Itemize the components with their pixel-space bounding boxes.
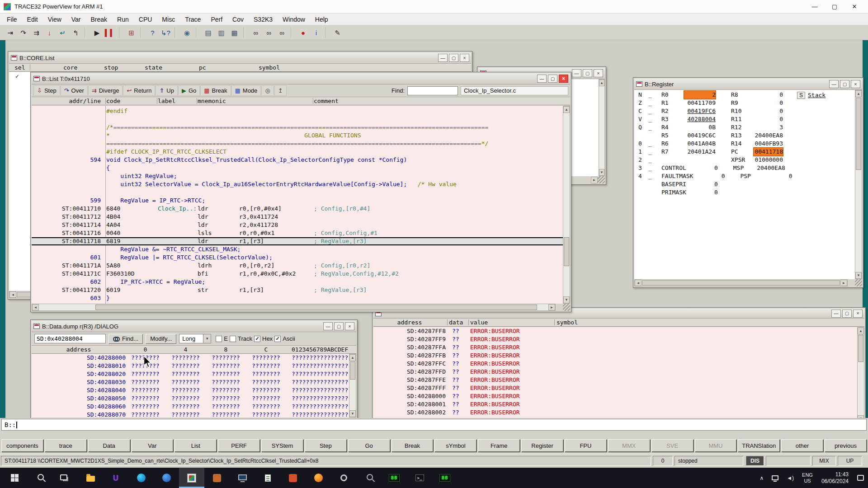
dump-row[interactable]: SD:40288003??ERROR:BUSERROR	[373, 417, 857, 418]
minimize-button[interactable]: —	[572, 69, 581, 77]
list-titlebar[interactable]: B::List T:0x411710 — ▢ ×	[32, 73, 570, 84]
dump-row[interactable]: SD:40288002??ERROR:BUSERROR	[373, 408, 857, 417]
source-line[interactable]: {	[32, 164, 563, 172]
scroll-up-arrow[interactable]: ▲	[858, 328, 864, 334]
register-value[interactable]: 20400EA8	[754, 131, 783, 140]
close-button[interactable]: ×	[345, 322, 354, 330]
tray-chevron-icon[interactable]: ∧	[755, 468, 768, 488]
register-value[interactable]: 0	[686, 188, 718, 197]
status-up[interactable]: UP	[838, 456, 862, 466]
restore-button[interactable]: ▢	[840, 80, 849, 88]
softkey-trace[interactable]: trace	[45, 439, 87, 452]
dump-row[interactable]: SD:40288001??ERROR:BUSERROR	[373, 400, 857, 408]
current-asm-line[interactable]: ST:004117186819ldrr1,[r3]; RegValue,[r3]	[32, 237, 563, 245]
menu-edit[interactable]: Edit	[22, 14, 43, 25]
scrollbar-thumb[interactable]	[858, 335, 863, 362]
source-line[interactable]: #endif	[32, 107, 563, 115]
register-value[interactable]	[756, 180, 785, 188]
close-button[interactable]: ×	[853, 310, 863, 318]
dump-row[interactable]: SD:40288030?????????????????????????????…	[32, 378, 349, 386]
edge-icon[interactable]	[128, 468, 154, 488]
asm-line[interactable]: ST:0041171CF360310Dbfir1,r0,#0x0C,#0x2; …	[32, 270, 563, 278]
dump-row[interactable]: SD:40288070?????????????????????????????…	[32, 411, 349, 418]
close-button[interactable]: ×	[851, 80, 860, 88]
register-window-button[interactable]: ▦	[228, 27, 241, 38]
minimize-button[interactable]: —	[829, 80, 839, 88]
restore-button[interactable]: ▢	[334, 322, 344, 330]
go-up-button[interactable]: ↰	[69, 27, 82, 38]
softkey-break[interactable]: Break	[392, 439, 434, 452]
break-button[interactable]: ▦Break	[200, 85, 231, 96]
list-window[interactable]: B::List T:0x411710 — ▢ × ⇩Step↷Over⇉Dive…	[30, 72, 571, 312]
dump-row[interactable]: SD:40287FFD??ERROR:BUSERROR	[373, 368, 857, 376]
register-value[interactable]: 3	[754, 123, 783, 131]
scroll-left-arrow[interactable]: ◄	[32, 304, 39, 310]
menu-perf[interactable]: Perf	[206, 14, 227, 25]
modify-button[interactable]: Modify...	[146, 334, 176, 344]
source-line[interactable]: #ifdef CLOCK_IP_RTC_RTCC_CLKSELECT	[32, 148, 563, 156]
scroll-up-arrow[interactable]: ▲	[855, 90, 862, 97]
restore-button[interactable]: ▢	[583, 69, 592, 77]
checkbox-ascii[interactable]: ✓Ascii	[274, 335, 295, 342]
horizontal-scrollbar[interactable]: ◄ ►	[32, 304, 556, 311]
notes-app-icon[interactable]	[255, 468, 280, 488]
register-value[interactable]: 2	[684, 91, 716, 99]
register-value[interactable]: 0B	[684, 123, 716, 131]
close-button[interactable]: ×	[594, 69, 603, 77]
softkey-sve[interactable]: SVE	[651, 439, 693, 452]
dump-row[interactable]: SD:40287FF8??ERROR:BUSERROR	[373, 327, 857, 335]
horizontal-scrollbar[interactable]: ◄ ►	[634, 279, 848, 286]
source-line[interactable]: 602 IP_RTC->RTCC = RegValue;	[32, 278, 563, 286]
ref-button[interactable]: ∞	[275, 27, 288, 38]
tools-button[interactable]: ✎	[331, 27, 344, 38]
softkey-components[interactable]: components	[1, 439, 43, 452]
resize-grip[interactable]	[563, 304, 570, 311]
register-value[interactable]: 0	[754, 99, 783, 107]
app-close-button[interactable]: ✕	[844, 0, 864, 13]
scroll-up-arrow[interactable]: ▲	[563, 106, 570, 113]
menu-window[interactable]: Window	[278, 14, 310, 25]
dump-row[interactable]: SD:40288050?????????????????????????????…	[32, 394, 349, 403]
dump-row[interactable]: SD:40287FFB??ERROR:BUSERROR	[373, 352, 857, 360]
restore-button[interactable]: ▢	[449, 54, 458, 62]
clock[interactable]: 11:43 06/06/2024	[817, 471, 853, 485]
asm-line[interactable]: ST:004117124B04ldrr3,0x411724	[32, 213, 563, 221]
dump-row[interactable]: SD:40287FFA??ERROR:BUSERROR	[373, 343, 857, 352]
vertical-scrollbar[interactable]: ▲ ▼	[563, 106, 570, 304]
over-button[interactable]: ↷Over	[61, 85, 88, 96]
dump-row[interactable]: SD:40287FFE??ERROR:BUSERROR	[373, 376, 857, 384]
menu-s32k3[interactable]: S32K3	[249, 14, 278, 25]
scroll-right-arrow[interactable]: ►	[548, 304, 555, 310]
asm-line[interactable]: ST:0041171A5A80ldrhr0,[r0,r2]; Config,[r…	[32, 262, 563, 270]
register-value[interactable]: 0	[686, 180, 718, 188]
register-value[interactable]	[684, 156, 716, 164]
softkey-system[interactable]: SYStem	[261, 439, 303, 452]
monitor-app-icon[interactable]	[230, 468, 255, 488]
menu-trace[interactable]: Trace	[180, 14, 206, 25]
dump-row[interactable]: SD:40288040?????????????????????????????…	[32, 386, 349, 394]
app-red-icon[interactable]	[280, 468, 306, 488]
scrollbar-thumb[interactable]	[856, 98, 861, 170]
file-explorer-icon[interactable]	[78, 468, 103, 488]
resize-grip[interactable]	[598, 176, 605, 183]
return-button[interactable]: ↩Return	[123, 85, 155, 96]
asm-line[interactable]: ST:004117144A04ldrr2,0x411728	[32, 221, 563, 229]
register-value[interactable]: 00411718	[754, 148, 783, 156]
go-button[interactable]: ▶	[90, 27, 104, 38]
step-diverge-button[interactable]: ⇉	[30, 27, 43, 38]
network-icon[interactable]	[768, 468, 783, 488]
stop-button[interactable]: ●	[297, 27, 310, 38]
break-button[interactable]: ▍▍	[104, 27, 117, 38]
dump-row[interactable]: SD:40287FFF??ERROR:BUSERROR	[373, 384, 857, 392]
checkbox-hex[interactable]: ✓Hex	[254, 335, 273, 342]
size-select[interactable]: Long ▼	[179, 334, 211, 343]
mode-button[interactable]: ▦Mode	[231, 85, 261, 96]
close-button[interactable]: ×	[460, 54, 469, 62]
dump-row[interactable]: SD:40287FF9??ERROR:BUSERROR	[373, 335, 857, 343]
checkbox-box[interactable]: ✓	[274, 336, 281, 342]
source-line[interactable]: RegValue &= ~RTC_RTCC_CLKSEL_MASK;	[32, 245, 563, 253]
softkey-fpu[interactable]: FPU	[565, 439, 607, 452]
source-line[interactable]: /*======================================…	[32, 123, 563, 131]
command-input[interactable]	[18, 421, 863, 428]
register-value[interactable]: 20400EA8	[756, 164, 785, 172]
